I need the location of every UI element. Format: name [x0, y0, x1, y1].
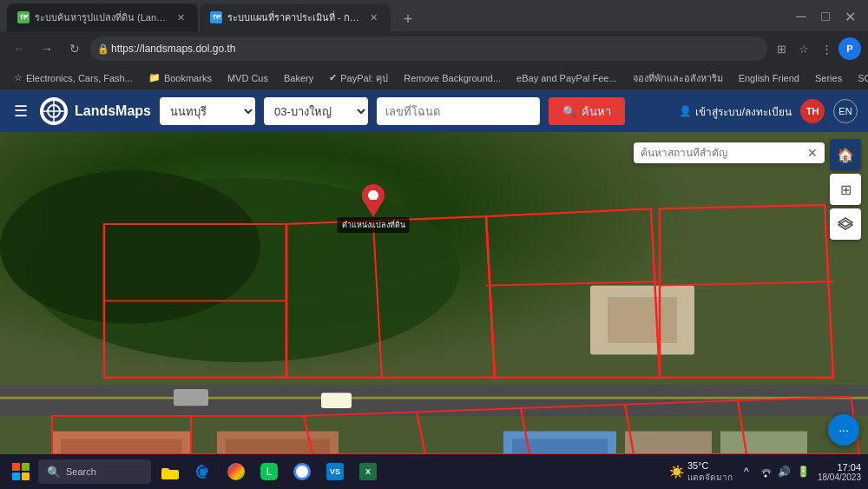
svg-marker-19	[286, 216, 495, 378]
map-right-controls: 🏠 ⊞	[830, 139, 861, 240]
map-search-bar[interactable]: ✕	[634, 142, 825, 163]
tab-2-close[interactable]: ✕	[366, 10, 380, 24]
map-search-clear-button[interactable]: ✕	[807, 146, 818, 160]
bookmark-2[interactable]: 📁 Bookmarks	[141, 70, 219, 85]
svg-rect-11	[503, 432, 616, 455]
taskbar-search-text: Search	[66, 466, 96, 477]
taskbar-apps: L VS X	[155, 456, 384, 487]
svg-line-32	[660, 281, 833, 285]
tab-1-title: ระบบค้นหารูปแปลงที่ดิน (LandsMaps)	[35, 10, 168, 25]
close-button[interactable]: ✕	[838, 5, 861, 28]
search-button-label: ค้นหา	[582, 102, 611, 121]
layers-button[interactable]	[830, 208, 861, 240]
svg-marker-21	[486, 208, 660, 377]
menu-hamburger[interactable]: ☰	[10, 98, 31, 124]
svg-marker-23	[52, 416, 191, 454]
grid-view-button[interactable]: ⊞	[830, 174, 861, 205]
maximize-button[interactable]: □	[814, 5, 837, 28]
bookmark-5[interactable]: ✔ PayPal: คุป	[322, 69, 395, 88]
taskbar-app-edge[interactable]	[187, 456, 219, 487]
chat-button[interactable]: ···	[828, 414, 859, 446]
system-time: 17:04	[818, 462, 861, 472]
chat-icon: ···	[838, 423, 849, 437]
tray-chevron[interactable]: ^	[738, 463, 755, 480]
map-search-input[interactable]	[641, 147, 804, 159]
bookmark-1[interactable]: ☆ Electronics, Cars, Fash...	[7, 70, 140, 85]
lock-icon: 🔒	[97, 43, 109, 55]
taskbar-search[interactable]: 🔍 Search	[38, 459, 151, 484]
bookmark-1-icon: ☆	[14, 72, 23, 83]
tab-2[interactable]: 🗺 ระบบแผนที่ราคาประเมินที่ - กรมธนารักษ์…	[200, 3, 391, 31]
taskbar-app-explorer[interactable]	[155, 456, 186, 487]
tab-1-close[interactable]: ✕	[174, 10, 187, 24]
bookmark-11-label: SCG HOME | ปรึกษาที่...	[858, 70, 868, 86]
tab-1-favicon: 🗺	[17, 11, 30, 23]
svg-point-37	[368, 190, 378, 201]
tab-2-favicon: 🗺	[210, 11, 222, 23]
home-map-button[interactable]: 🏠	[830, 139, 861, 170]
layers-icon	[838, 216, 853, 232]
lang-en-button[interactable]: EN	[833, 99, 858, 123]
svg-marker-27	[521, 405, 634, 454]
login-text: เข้าสู่ระบบ/ลงทะเบียน	[695, 103, 792, 120]
bookmark-6[interactable]: Remove Background...	[397, 71, 508, 85]
taskbar-app-vscode[interactable]: VS	[319, 456, 351, 487]
bookmark-8[interactable]: จองที่พักและอสังหาริม	[626, 69, 730, 88]
extensions-button[interactable]: ⊞	[771, 38, 792, 59]
tray-network-icon[interactable]	[757, 463, 774, 480]
svg-marker-22	[660, 205, 833, 378]
bookmark-3[interactable]: MVD Cus	[220, 71, 275, 85]
bookmark-5-label: PayPal: คุป	[340, 70, 388, 86]
bookmark-4[interactable]: Bakery	[277, 71, 320, 85]
svg-rect-14	[61, 439, 182, 454]
back-button[interactable]: ←	[7, 36, 31, 61]
weather-widget[interactable]: ☀️ 35°C แดดจัดมาก	[669, 460, 733, 484]
profile-button[interactable]: P	[838, 37, 861, 60]
window-controls: ─ □ ✕	[790, 5, 861, 31]
windows-icon	[12, 463, 30, 480]
svg-rect-15	[217, 432, 339, 455]
refresh-button[interactable]: ↻	[62, 36, 87, 61]
svg-point-5	[26, 178, 460, 362]
search-button[interactable]: 🔍 ค้นหา	[549, 97, 625, 125]
app-name: LandsMaps	[75, 103, 151, 119]
edge-icon	[194, 463, 212, 480]
browser-frame: 🗺 ระบบค้นหารูปแปลงที่ดิน (LandsMaps) ✕ 🗺…	[0, 0, 868, 489]
minimize-button[interactable]: ─	[790, 5, 812, 28]
taskbar-app-line[interactable]: L	[253, 456, 285, 487]
bookmark-11[interactable]: SCG HOME | ปรึกษาที่...	[851, 69, 868, 88]
tray-battery-icon[interactable]: 🔋	[795, 463, 812, 480]
bookmark-9[interactable]: English Friend	[732, 71, 806, 85]
bookmark-button[interactable]: ☆	[793, 38, 814, 59]
new-tab-button[interactable]: +	[396, 7, 420, 31]
bookmark-10[interactable]: Series	[808, 71, 849, 85]
taskbar: 🔍 Search L	[0, 454, 868, 489]
parcel-number-input[interactable]	[377, 97, 540, 125]
svg-rect-7	[0, 386, 868, 416]
taskbar-app-chrome[interactable]	[286, 456, 318, 487]
bookmark-7[interactable]: eBay and PayPal Fee...	[510, 71, 624, 85]
settings-button[interactable]: ⋮	[816, 38, 837, 59]
start-button[interactable]	[7, 458, 35, 486]
bookmark-2-label: Bookmarks	[164, 73, 212, 83]
tab-2-title: ระบบแผนที่ราคาประเมินที่ - กรมธนารักษ์	[227, 10, 361, 25]
bookmark-8-label: จองที่พักและอสังหาริม	[633, 70, 723, 86]
taskbar-app-pin1[interactable]	[220, 456, 252, 487]
extension-icons: ⊞ ☆ ⋮ P	[771, 37, 861, 60]
tray-volume-icon[interactable]: 🔊	[776, 463, 793, 480]
province-select[interactable]: นนทบุรี	[160, 97, 255, 125]
logo-area: LandsMaps	[40, 97, 151, 125]
lang-th-button[interactable]: TH	[800, 99, 825, 123]
taskbar-app-excel[interactable]: X	[352, 456, 384, 487]
address-bar[interactable]: 🔒	[90, 36, 767, 61]
url-input[interactable]	[90, 36, 767, 61]
bookmark-7-label: eBay and PayPal Fee...	[516, 73, 617, 83]
svg-rect-35	[174, 389, 208, 406]
svg-marker-39	[838, 218, 852, 227]
district-select[interactable]: 03-บางใหญ่	[264, 97, 368, 125]
map-container[interactable]: ตำแหน่งแปลงที่ดิน ✕ 🏠 ⊞	[0, 132, 868, 454]
clock-widget[interactable]: 17:04 18/04/2023	[818, 462, 861, 482]
login-button[interactable]: 👤 เข้าสู่ระบบ/ลงทะเบียน	[679, 103, 792, 120]
forward-button[interactable]: →	[35, 36, 59, 61]
tab-1[interactable]: 🗺 ระบบค้นหารูปแปลงที่ดิน (LandsMaps) ✕	[7, 3, 198, 31]
